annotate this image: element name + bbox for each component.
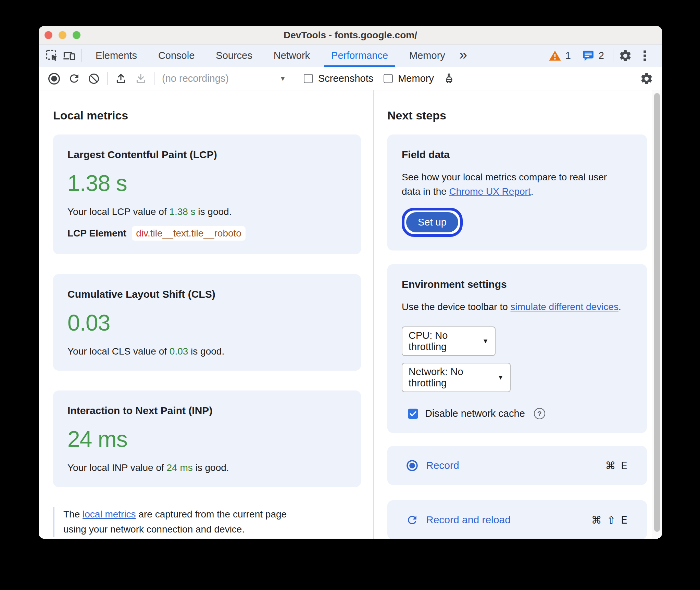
divider [633,72,633,85]
setup-button[interactable]: Set up [406,212,458,232]
warning-count: 1 [565,50,571,61]
cls-description: Your local CLS value of 0.03 is good. [67,346,347,357]
tab-memory[interactable]: Memory [399,44,456,67]
inp-description: Your local INP value of 24 ms is good. [67,462,347,473]
issues-warning-badge[interactable]: 1 [549,50,571,62]
landing-content: Local metrics Largest Contentful Paint (… [39,90,662,539]
overflow-menu-icon[interactable]: ⋮ [634,48,656,64]
memory-label: Memory [398,73,434,84]
record-and-reload-action-card[interactable]: Record and reload ⌘ ⇧ E [387,500,647,539]
tab-performance[interactable]: Performance [321,44,399,67]
chrome-ux-report-link[interactable]: Chrome UX Report [449,186,531,197]
cls-card: Cumulative Layout Shift (CLS) 0.03 Your … [53,274,361,371]
scrollbar-track[interactable] [652,90,662,539]
tab-network[interactable]: Network [263,44,321,67]
cpu-throttling-select[interactable]: CPU: No throttling ▼ [402,326,496,356]
screenshots-checkbox[interactable] [304,74,313,83]
lcp-card: Largest Contentful Paint (LCP) 1.38 s Yo… [53,134,361,254]
disable-cache-label: Disable network cache [425,408,525,419]
record-shortcut: ⌘ E [605,460,629,472]
record-and-reload-icon[interactable] [64,67,84,90]
record-action-card[interactable]: Record ⌘ E [387,446,647,485]
save-profile-icon[interactable] [131,67,151,90]
lcp-element-label: LCP Element [67,228,126,239]
chevron-down-icon: ▼ [497,374,504,381]
setup-button-focus-ring: Set up [402,208,463,237]
more-tabs-icon[interactable]: » [456,47,471,63]
network-throttling-select[interactable]: Network: No throttling ▼ [402,363,511,392]
network-throttling-value: Network: No throttling [409,366,497,389]
inp-card: Interaction to Next Paint (INP) 24 ms Yo… [53,390,361,487]
inp-title: Interaction to Next Paint (INP) [67,405,347,416]
local-metrics-panel: Local metrics Largest Contentful Paint (… [39,90,374,539]
performance-toolbar: (no recordings) ▼ Screenshots Memory [39,67,662,90]
local-metrics-footnote: The local metrics are captured from the … [53,507,303,537]
simulate-devices-link[interactable]: simulate different devices [511,302,618,312]
issues-message-badge[interactable]: 2 [582,49,604,62]
devtools-tabbar: Elements Console Sources Network Perform… [39,44,662,67]
window-title: DevTools - fonts.google.com/ [39,30,662,41]
screenshots-checkbox-row[interactable]: Screenshots [304,73,373,84]
lcp-element-link[interactable]: div.tile__text.tile__roboto [132,226,246,241]
scrollbar-thumb[interactable] [654,93,660,532]
tab-elements[interactable]: Elements [85,44,148,67]
capture-settings-gear-icon[interactable] [637,67,657,90]
local-metrics-heading: Local metrics [53,109,361,122]
lcp-value: 1.38 s [67,170,347,196]
check-icon [410,411,416,416]
next-steps-panel: Next steps Field data See how your local… [374,90,652,539]
screenshots-label: Screenshots [318,73,373,84]
titlebar: DevTools - fonts.google.com/ [39,26,662,44]
disable-cache-checkbox[interactable] [408,409,418,419]
local-metrics-link[interactable]: local metrics [83,509,136,520]
field-data-title: Field data [402,149,633,161]
inspect-element-icon[interactable] [43,44,61,67]
chevron-down-icon: ▼ [279,75,286,82]
cls-value: 0.03 [67,310,347,336]
record-and-reload-shortcut: ⌘ ⇧ E [591,514,628,526]
cpu-throttling-value: CPU: No throttling [409,330,482,352]
environment-settings-body: Use the device toolbar to simulate diffe… [402,300,628,314]
help-icon[interactable]: ? [534,408,545,419]
field-data-card: Field data See how your local metrics co… [387,134,647,251]
record-icon [406,459,418,472]
garbage-collect-brush-icon[interactable] [439,67,459,90]
settings-gear-icon[interactable] [617,44,634,67]
divider [81,49,82,62]
divider [107,72,108,85]
field-data-body: See how your local metrics compare to re… [402,170,623,199]
divider [613,49,613,62]
tab-console[interactable]: Console [148,44,205,67]
divider [295,72,295,85]
devtools-window: DevTools - fonts.google.com/ Elements Co… [39,26,662,539]
memory-checkbox-row[interactable]: Memory [384,73,434,84]
reload-icon [406,514,418,526]
divider [154,72,154,85]
cls-title: Cumulative Layout Shift (CLS) [67,288,347,300]
lcp-description: Your local LCP value of 1.38 s is good. [67,206,347,217]
lcp-title: Largest Contentful Paint (LCP) [67,149,347,161]
message-icon [582,49,595,62]
record-icon[interactable] [44,67,64,90]
clear-icon[interactable] [84,67,104,90]
warning-icon [549,50,561,62]
lcp-element-row: LCP Element div.tile__text.tile__roboto [67,226,347,241]
chevron-down-icon: ▼ [482,337,489,345]
next-steps-heading: Next steps [387,109,647,122]
record-action-label: Record [426,460,459,471]
message-count: 2 [599,50,604,61]
recordings-dropdown-value: (no recordings) [162,73,229,84]
tab-sources[interactable]: Sources [205,44,263,67]
load-profile-icon[interactable] [111,67,131,90]
environment-settings-card: Environment settings Use the device tool… [387,264,647,433]
disable-cache-row: Disable network cache ? [402,408,633,419]
environment-settings-title: Environment settings [402,279,633,290]
record-and-reload-action-label: Record and reload [426,514,511,526]
recordings-dropdown[interactable]: (no recordings) ▼ [158,73,291,84]
device-toolbar-icon[interactable] [61,44,78,67]
inp-value: 24 ms [67,426,347,452]
memory-checkbox[interactable] [384,74,393,83]
